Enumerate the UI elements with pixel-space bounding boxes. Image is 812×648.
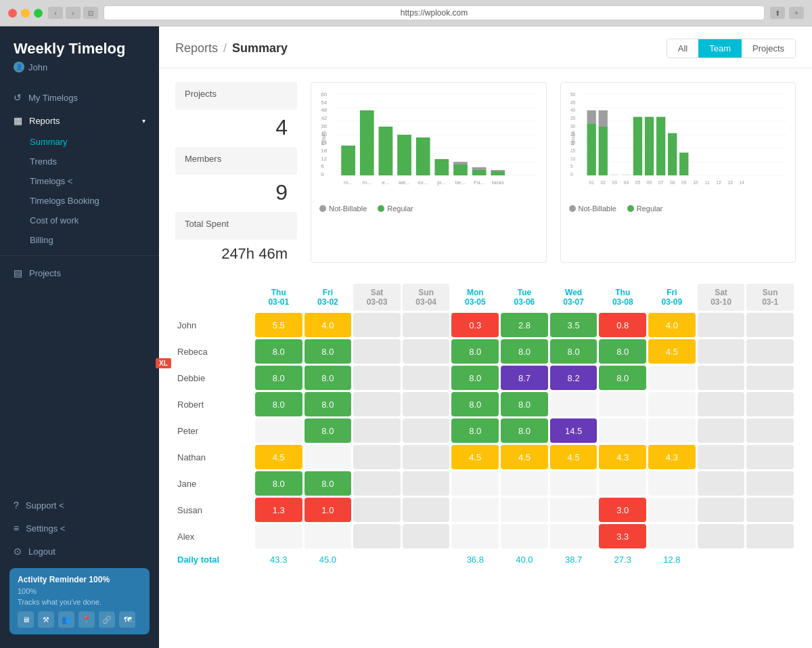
cell-john-5: 2.8 xyxy=(501,313,548,337)
cell-jane-4 xyxy=(451,471,499,496)
sidebar-sub-item-billing[interactable]: Billing xyxy=(0,230,159,250)
cell-alex-0 xyxy=(255,524,302,548)
sidebar-submenu: Summary Trends Timelogs < Timelogs Booki… xyxy=(0,132,159,250)
regular-label-2: Regular xyxy=(637,204,663,213)
timelog-icon: ↺ xyxy=(14,92,22,103)
content-area: Projects 4 Members 9 Total Spent 247h 46… xyxy=(159,68,812,648)
cell-peter-8 xyxy=(648,418,696,443)
settings-icon: ≡ xyxy=(14,523,19,534)
tab-projects[interactable]: Projects xyxy=(742,39,795,58)
sidebar-item-label: Reports xyxy=(29,116,60,126)
cell-john-9 xyxy=(698,313,745,337)
cell-rebeca-8: 4.5 xyxy=(648,339,696,364)
sidebar-item-my-timelogs[interactable]: ↺ My Timelogs xyxy=(0,86,159,109)
sidebar-sub-item-summary[interactable]: Summary xyxy=(0,132,159,152)
svg-text:6: 6 xyxy=(321,164,323,169)
sidebar-item-reports[interactable]: ▦ Reports ▾ xyxy=(0,109,159,132)
legend-not-billable: Not-Billable xyxy=(319,204,367,213)
cell-rebeca-0: 8.0 xyxy=(255,339,302,364)
cell-john-2 xyxy=(353,313,401,337)
cell-susan-0: 1.3 xyxy=(255,498,302,522)
activity-icon-location[interactable]: 📍 xyxy=(78,611,95,628)
team-grid: Thu03-01 Fri03-02 Sat03-03 Sun03-04 Mon0… xyxy=(175,282,796,571)
chart-dates: 50 45 40 35 30 25 20 15 10 5 0 xyxy=(560,82,796,263)
cell-jane-7 xyxy=(599,471,646,496)
svg-text:jo...: jo... xyxy=(436,180,446,186)
sidebar-item-settings[interactable]: ≡ Settings < xyxy=(0,517,159,540)
members-value: 9 xyxy=(175,180,297,205)
cell-john-10 xyxy=(746,313,794,337)
share-button[interactable]: ⬆ xyxy=(770,7,785,19)
cell-nathan-6: 4.5 xyxy=(550,445,597,469)
total-value-5: 40.0 xyxy=(501,550,548,569)
cell-susan-2 xyxy=(353,498,401,522)
cell-susan-5 xyxy=(501,498,548,522)
cell-nathan-0: 4.5 xyxy=(255,445,302,469)
svg-rect-68 xyxy=(668,133,677,175)
row-label-peter: Peter xyxy=(177,418,253,443)
cell-robert-10 xyxy=(746,392,794,416)
total-value-4: 36.8 xyxy=(451,550,499,569)
window-button[interactable]: ⊡ xyxy=(83,7,98,19)
svg-rect-61 xyxy=(598,127,607,175)
sidebar-sub-item-trends[interactable]: Trends xyxy=(0,152,159,171)
cell-nathan-8: 4.3 xyxy=(648,445,696,469)
activity-icon-team[interactable]: 👥 xyxy=(58,611,74,628)
tab-team[interactable]: Team xyxy=(698,39,742,58)
new-tab-button[interactable]: ＋ xyxy=(789,7,804,19)
activity-icon-monitor[interactable]: 🖥 xyxy=(18,611,34,628)
breadcrumb-link[interactable]: Reports xyxy=(175,41,218,56)
col-wed-07: Wed03-07 xyxy=(550,284,597,311)
cell-debbie-3 xyxy=(403,366,450,390)
svg-rect-30 xyxy=(491,170,505,171)
cell-robert-4: 8.0 xyxy=(451,392,499,416)
total-value-6: 38.7 xyxy=(550,550,597,569)
header-tabs: All Team Projects xyxy=(667,39,796,58)
total-value-3 xyxy=(403,550,450,569)
svg-text:Hours: Hours xyxy=(569,131,575,145)
sidebar-sub-item-cost-of-work[interactable]: Cost of work xyxy=(0,211,159,230)
activity-icon-link[interactable]: 🔗 xyxy=(99,611,115,628)
svg-text:04: 04 xyxy=(623,180,629,185)
svg-text:42: 42 xyxy=(321,116,327,121)
minimize-button[interactable] xyxy=(21,9,30,18)
sidebar-item-logout[interactable]: ⊙ Logout xyxy=(0,540,159,563)
back-button[interactable]: ‹ xyxy=(48,7,63,19)
sidebar-item-support[interactable]: ? Support < xyxy=(0,494,159,517)
cell-debbie-8 xyxy=(648,366,696,390)
sidebar-sub-item-timelogs[interactable]: Timelogs < xyxy=(0,171,159,191)
svg-text:06: 06 xyxy=(646,180,652,185)
daily-total-label: Daily total xyxy=(177,550,253,569)
stats-charts-row: Projects 4 Members 9 Total Spent 247h 46… xyxy=(175,82,796,263)
row-label-robert: Robert xyxy=(177,392,253,416)
sidebar-item-projects[interactable]: ▤ Projects xyxy=(0,261,159,284)
maximize-button[interactable] xyxy=(34,9,43,18)
cell-peter-9 xyxy=(698,418,745,443)
svg-rect-64 xyxy=(621,174,630,175)
activity-icon-user[interactable]: ⚒ xyxy=(38,611,54,628)
cell-robert-7 xyxy=(599,392,646,416)
logout-icon: ⊙ xyxy=(14,546,22,557)
sidebar-nav: ↺ My Timelogs ▦ Reports ▾ Summary Trends… xyxy=(0,79,159,485)
total-value-0: 43.3 xyxy=(255,550,302,569)
sidebar-sub-item-timelogs-booking[interactable]: Timelogs Booking xyxy=(0,191,159,211)
cell-peter-1: 8.0 xyxy=(304,418,352,443)
forward-button[interactable]: › xyxy=(66,7,81,19)
activity-icon-map[interactable]: 🗺 xyxy=(119,611,135,628)
cell-rebeca-2 xyxy=(353,339,401,364)
svg-text:08: 08 xyxy=(670,180,675,185)
cell-john-0: 5.5 xyxy=(255,313,302,337)
app-title: Weekly Timelog xyxy=(14,40,145,58)
traffic-lights xyxy=(8,9,43,18)
tab-all[interactable]: All xyxy=(667,39,698,58)
breadcrumb-separator: / xyxy=(223,41,227,56)
close-button[interactable] xyxy=(8,9,17,18)
cell-jane-6 xyxy=(550,471,597,496)
cell-nathan-9 xyxy=(698,445,745,469)
svg-text:30: 30 xyxy=(570,124,575,129)
url-bar[interactable]: https://wplook.com xyxy=(104,5,765,20)
svg-text:0: 0 xyxy=(570,172,572,177)
cell-john-4: 0.3 xyxy=(451,313,499,337)
svg-text:ale...: ale... xyxy=(399,180,410,186)
total-value-10 xyxy=(746,550,794,569)
